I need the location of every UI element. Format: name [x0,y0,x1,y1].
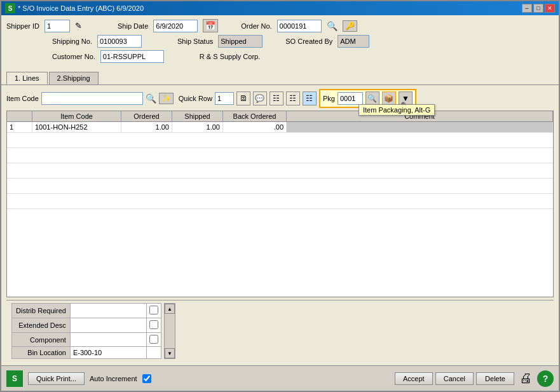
auto-increment-label: Auto Increment [90,375,137,382]
order-no-input[interactable] [277,20,322,32]
data-grid: Item Code Ordered Shipped Back Ordered C… [6,111,554,297]
table-row-empty-5 [7,194,553,209]
detail-scrollbar[interactable]: ▲ ▼ [164,303,175,359]
col-shipped: Shipped [172,111,223,121]
cell-comment [287,122,553,132]
minimize-button[interactable]: – [522,4,532,13]
order-no-label: Order No. [241,22,271,30]
table-row-empty-4 [7,179,553,194]
scroll-up-btn[interactable]: ▲ [165,304,175,314]
bin-location-value: E-300-10 [70,347,146,359]
ship-date-input[interactable] [153,20,198,32]
scroll-down-btn[interactable]: ▼ [165,348,175,358]
delete-button[interactable]: Delete [476,372,514,385]
comment-icon-btn[interactable]: 💬 [253,91,267,105]
sage-logo-icon: S [6,370,23,387]
note-icon-btn[interactable]: 🖺 [236,91,250,105]
header-row-3: Customer No. R & S Supply Corp. [6,50,554,63]
header-row-1: Shipper ID ✎ Ship Date 📅 Order No. 🔍 🔑 [6,19,554,32]
cell-back-ordered: .00 [223,122,287,132]
pkg-input[interactable] [338,92,363,105]
extended-checkbox-cell[interactable] [146,318,161,332]
tab-shipping[interactable]: 2.Shipping [49,72,99,84]
table-row[interactable]: 1 1001-HON-H252 1.00 1.00 .00 [7,122,553,133]
status-right: Accept Cancel Delete 🖨 ? [395,370,554,387]
customer-no-label: Customer No. [52,53,95,60]
key-icon[interactable]: 🔑 [343,20,357,32]
printer-icon[interactable]: 🖨 [517,370,535,387]
extended-value [70,318,146,332]
pkg-dropdown-btn[interactable]: ▼ [399,91,413,105]
cell-item-code: 1001-HON-H252 [32,122,121,132]
shipping-no-label: Shipping No. [52,37,92,45]
so-created-by-input [338,35,369,48]
customer-no-input[interactable] [100,50,164,63]
toolbar-row: Item Code 🔍 ✨ Quick Row 🖺 💬 ☷ ☷ ☷ Pkg 🔍 … [6,89,554,108]
distrib-checkbox-cell[interactable] [146,304,161,318]
distrib-checkbox[interactable] [149,306,158,314]
col-item-code: Item Code [32,111,121,121]
col-num [7,111,32,121]
distrib-value [70,304,146,318]
bin-empty-cell [146,347,161,359]
component-checkbox-cell[interactable] [146,332,161,347]
tooltip-packaging: Item Packaging, Alt-G [359,104,435,116]
lines-icon-btn[interactable]: ☷ [270,91,283,105]
company-name: R & S Supply Corp. [200,53,260,60]
table-row-empty-1 [7,133,553,148]
table-row-empty-3 [7,163,553,179]
status-left: S Quick Print... Auto Increment [6,370,151,387]
table-row-empty-2 [7,148,553,163]
extended-label: Extended Desc [12,318,71,332]
detail-row-component: Component [12,332,161,347]
cell-num: 1 [7,122,32,132]
distrib-label: Distrib Required [12,304,71,318]
title-bar: S * S/O Invoice Data Entry (ABC) 6/9/202… [1,1,559,15]
detail-row-distrib: Distrib Required [12,304,161,318]
quick-print-button[interactable]: Quick Print... [28,372,85,385]
cell-ordered: 1.00 [121,122,172,132]
shipper-id-label: Shipper ID [6,22,39,30]
close-button[interactable]: ✕ [545,4,555,13]
detail-table: Distrib Required Extended Desc Component [11,303,161,359]
title-bar-controls: – □ ✕ [522,4,555,13]
detail-panel: Distrib Required Extended Desc Component [6,300,554,362]
tab-lines[interactable]: 1. Lines [6,72,48,84]
accept-button[interactable]: Accept [395,372,433,385]
detail-row-extended: Extended Desc [12,318,161,332]
col-back-ordered: Back Ordered [223,111,287,121]
quick-row-input[interactable] [215,92,234,105]
ship-status-label: Ship Status [177,37,213,45]
component-value [70,332,146,347]
tab-bar: 1. Lines 2.Shipping [1,69,559,84]
search-icon-item[interactable]: 🔍 [146,93,156,104]
search-icon-order[interactable]: 🔍 [327,21,338,31]
shipper-id-input[interactable] [44,20,70,32]
component-checkbox[interactable] [149,335,158,344]
app-icon: S [5,3,15,13]
extended-checkbox[interactable] [149,320,158,329]
auto-increment-checkbox[interactable] [142,374,151,383]
content-area: Item Code 🔍 ✨ Quick Row 🖺 💬 ☷ ☷ ☷ Pkg 🔍 … [1,84,559,365]
shipping-no-input[interactable] [97,35,142,48]
item-code-label: Item Code [6,95,39,102]
wand-icon[interactable]: ✨ [159,93,174,104]
title-bar-left: S * S/O Invoice Data Entry (ABC) 6/9/202… [5,3,144,13]
window-title: * S/O Invoice Data Entry (ABC) 6/9/2020 [18,4,144,12]
table-icon-btn[interactable]: ☷ [286,91,300,105]
ship-date-label: Ship Date [118,22,148,30]
header-form: Shipper ID ✎ Ship Date 📅 Order No. 🔍 🔑 S… [1,15,559,69]
maximize-button[interactable]: □ [533,4,543,13]
grid-icon-btn[interactable]: ☷ [303,91,317,105]
pkg-search-btn[interactable]: 🔍 [365,91,379,105]
pkg-box: Pkg 🔍 📦 ▼ Item Packaging, Alt-G ✎ [319,89,416,108]
item-code-input[interactable] [41,92,143,105]
pencil-icon[interactable]: ✎ [75,21,82,30]
quick-row-label: Quick Row [179,95,212,102]
help-icon[interactable]: ? [537,370,554,387]
calendar-icon[interactable]: 📅 [203,19,218,32]
cancel-button[interactable]: Cancel [435,372,474,385]
pkg-action-btn[interactable]: 📦 [382,91,396,105]
detail-section: Distrib Required Extended Desc Component [11,303,549,359]
component-label: Component [12,332,71,347]
